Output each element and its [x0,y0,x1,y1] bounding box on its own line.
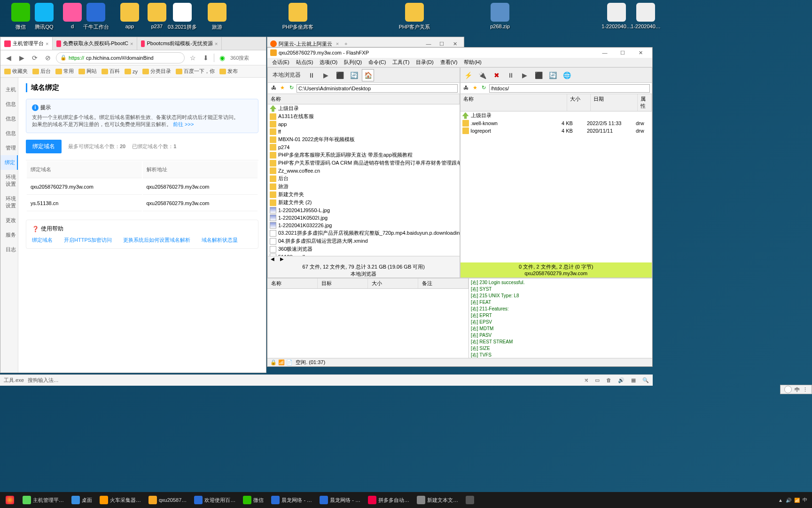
up-dir-row[interactable]: 上级目录 [461,111,652,119]
sidenav-item[interactable]: 信息 [0,111,18,126]
queue-header[interactable]: 名称 [267,278,318,288]
home-icon[interactable]: 🏠 [362,69,374,81]
desktop-icon[interactable]: 03.2021拼多 [166,3,198,31]
bookmark-item[interactable]: zy [125,69,138,74]
hdr-date[interactable]: 日期 [591,94,638,111]
tab-close-icon[interactable]: × [46,41,48,47]
aliyun-tab-label[interactable]: 阿里云-上云就上阿里云 [279,40,332,48]
taskbar-item[interactable]: qxu20587… [145,493,190,507]
ime-menu-icon[interactable]: ⋮ [803,387,808,393]
file-row[interactable]: .well-known4 KB2022/2/5 11:33drw [461,119,652,127]
file-row[interactable]: 后台 [268,175,460,183]
pause-icon[interactable]: ⏸ [305,69,318,81]
file-row[interactable]: 04.拼多多虚拟店铺运营思路大纲.xmind [268,237,460,245]
menu-item[interactable]: 站点(S) [293,58,316,67]
bookmark-item[interactable]: 百度一下，你 [176,68,215,75]
sidenav-item[interactable]: 管理 [0,141,18,155]
sidenav-item[interactable]: 主机 [0,82,18,97]
menu-item[interactable]: 队列(Q) [341,58,365,67]
search-icon[interactable]: 🔍 [642,377,649,383]
browser-tab[interactable]: 免费获取永久授权码-PbootC× [53,37,137,50]
bookmark-item[interactable]: 收藏夹 [4,68,28,75]
maximize-button[interactable]: ☐ [436,41,448,47]
desktop-icon[interactable]: p268.zip [484,3,516,29]
tab-close-icon[interactable]: × [215,41,218,47]
stop-icon[interactable]: ⬛ [334,69,346,81]
minimize-button[interactable]: — [596,50,614,56]
favorite-button[interactable]: ☆ [187,53,198,63]
refresh-mini-icon[interactable]: ↻ [288,85,295,92]
help-link[interactable]: 绑定域名 [32,237,53,244]
system-tray[interactable]: ▲🔊📶中 [778,497,810,503]
desktop-icon[interactable]: 千牛工作台 [80,3,112,31]
file-row[interactable]: 新建文件夹 [268,190,460,198]
shell-item-2[interactable]: 搜狗输入法… [28,377,59,384]
sidenav-item[interactable]: 环境设置 [0,191,18,213]
help-link[interactable]: 开启HTTPS加密访问 [64,237,112,244]
bookmark-icon[interactable]: ★ [471,85,479,92]
reload-button[interactable]: ⟳ [30,53,40,63]
close-button[interactable]: ✕ [632,50,649,56]
bookmark-item[interactable]: 分类目录 [142,68,171,75]
local-file-list[interactable]: 名称 上级目录 A1311在线客服appffMBXN-01 2022虎年拜年视频… [268,94,460,256]
file-row[interactable]: ff [268,128,460,135]
taskbar-item[interactable]: 新建文本文… [413,493,462,507]
url-field[interactable]: 🔒 https:// cp.hichina.com/#/domainBind [56,52,185,64]
refresh-icon[interactable]: 🔄 [547,69,559,81]
bind-domain-button[interactable]: 绑定域名 [26,140,62,153]
back-button[interactable]: ◀ [3,53,14,63]
refresh-icon[interactable]: 🔄 [348,69,360,81]
bookmark-item[interactable]: 发布 [219,68,238,75]
hdr-name[interactable]: 名称 [461,94,568,111]
tray-ime[interactable]: 中 [803,497,807,503]
bookmark-item[interactable]: 网站 [78,68,97,75]
start-button[interactable] [2,493,18,507]
file-row[interactable]: 旅游 [268,183,460,190]
browser-tab[interactable]: 主机管理平台× [0,37,53,50]
download-button[interactable]: ⬇ [201,53,211,63]
search-engine-icon[interactable]: ◉ [217,53,227,63]
local-path-input[interactable] [297,84,458,93]
abort-icon[interactable]: ✖ [491,69,503,81]
new-tab-button[interactable]: + [344,41,347,47]
table-row[interactable]: ys.51138.cnqxu2058760279.my3w.com [27,196,258,211]
scroll-left-icon[interactable]: ◀ [268,256,277,262]
file-row[interactable]: 03.2021拼多多虚拟产品开店视频教程完整版_720p.mp4.baiduyu… [268,229,460,237]
desktop-icon[interactable]: PHP客户关系 [398,3,430,31]
menu-item[interactable]: 选项(O) [317,58,340,67]
sidenav-item[interactable]: 信息 [0,126,18,141]
tree-icon[interactable]: 🖧 [462,85,470,92]
desktop-icon[interactable]: 1-2202040… [601,3,632,29]
taskbar-item[interactable]: 拼多多自动… [364,493,413,507]
file-row[interactable]: 1-2202041J9550-L.jpg [268,206,460,214]
sound-icon[interactable]: 🔊 [618,377,625,383]
remote-path-input[interactable] [489,84,650,93]
table-row[interactable]: qxu2058760279.my3w.comqxu2058760279.my3w… [27,179,258,195]
menu-item[interactable]: 会话(E) [269,58,292,67]
bookmark-item[interactable]: 常用 [55,68,74,75]
tree-icon[interactable]: 🖧 [270,85,277,92]
file-row[interactable]: app [268,120,460,128]
file-row[interactable]: 1-2202041K032226.jpg [268,222,460,229]
shell-item-1[interactable]: 工具.exe [4,377,24,384]
menu-item[interactable]: 查看(V) [437,58,461,67]
file-row[interactable]: PHP客户关系管理源码 OA CRM 商品进销存销售管理合同订单库存财务管理跟单… [268,159,460,167]
shuffle-icon[interactable]: ⤨ [584,377,588,383]
desktop-icon[interactable]: 1-2202040… [630,3,662,29]
browser-tab[interactable]: Pbootcms前端模板-无忧资源× [137,37,222,50]
file-row[interactable]: p274 [268,143,460,151]
taskbar-item[interactable]: 晨龙网络 - … [316,493,364,507]
sidenav-item[interactable]: 更改 [0,213,18,228]
scroll-right-icon[interactable]: ▶ [277,256,287,262]
queue-header[interactable]: 大小 [368,278,418,288]
file-row[interactable]: PHP多坐席客服聊天系统源码聊天直达 带原生app视频教程 [268,151,460,159]
ime-bar[interactable]: 中 ⋮ [780,385,812,394]
card-icon[interactable]: ▭ [595,377,600,383]
file-row[interactable]: MBXN-01 2022虎年拜年视频模板 [268,135,460,143]
sidenav-item[interactable]: 信息 [0,97,18,111]
play-icon[interactable]: ▶ [519,69,531,81]
bookmark-item[interactable]: 后台 [32,68,51,75]
sidenav-item[interactable]: 环境设置 [0,170,18,191]
play-icon[interactable]: ▶ [320,69,332,81]
menu-item[interactable]: 工具(T) [390,58,412,67]
